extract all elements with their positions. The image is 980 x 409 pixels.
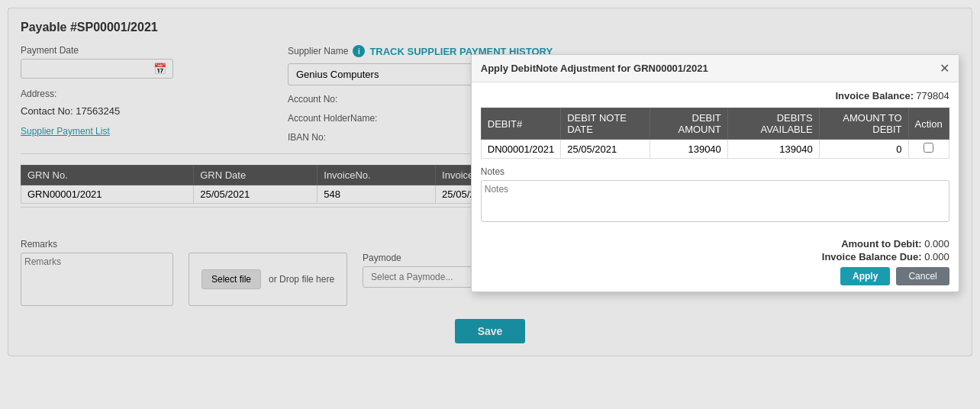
modal-title: Apply DebitNote Adjustment for GRN00001/… (481, 63, 708, 74)
amount-to-debit-summary-value: 0.000 (924, 238, 949, 250)
col-debit-date: DEBIT NOTE DATE (561, 108, 650, 140)
amount-to-debit-summary-label: Amount to Debit: (841, 238, 921, 250)
cell-debit-date: 25/05/2021 (561, 140, 650, 159)
cancel-button[interactable]: Cancel (896, 267, 949, 285)
invoice-balance-due-label: Invoice Balance Due: (822, 251, 922, 262)
invoice-balance-value: 779804 (916, 90, 949, 101)
notes-textarea[interactable] (481, 180, 949, 222)
col-debits-available: DEBITS AVAILABLE (727, 108, 819, 140)
col-action: Action (908, 108, 949, 140)
invoice-balance-row: Invoice Balance: 779804 (481, 90, 949, 101)
modal-header: Apply DebitNote Adjustment for GRN00001/… (472, 55, 959, 82)
debit-table-row: DN00001/2021 25/05/2021 139040 139040 0 (481, 140, 949, 159)
cell-debit-amount: 139040 (650, 140, 728, 159)
debit-table: DEBIT# DEBIT NOTE DATE DEBIT AMOUNT DEBI… (481, 108, 949, 159)
modal-footer: Amount to Debit: 0.000 Invoice Balance D… (472, 232, 959, 291)
notes-section: Notes (481, 166, 949, 224)
invoice-balance-due-value: 0.000 (924, 251, 949, 262)
modal-body: Invoice Balance: 779804 DEBIT# DEBIT NOT… (472, 82, 959, 232)
modal-popup: Apply DebitNote Adjustment for GRN00001/… (471, 54, 959, 292)
col-amount-to-debit: AMOUNT TO DEBIT (819, 108, 908, 140)
amount-summary: Amount to Debit: 0.000 Invoice Balance D… (481, 238, 949, 262)
modal-close-icon[interactable]: ✕ (940, 61, 949, 76)
cell-amount-to-debit: 0 (819, 140, 908, 159)
cell-debits-available: 139040 (727, 140, 819, 159)
col-debit-no: DEBIT# (481, 108, 560, 140)
apply-button[interactable]: Apply (840, 267, 890, 285)
invoice-balance-label: Invoice Balance: (835, 90, 914, 101)
notes-label: Notes (481, 166, 949, 177)
cell-debit-no: DN00001/2021 (481, 140, 560, 159)
col-debit-amount: DEBIT AMOUNT (650, 108, 728, 140)
modal-action-buttons: Apply Cancel (481, 267, 949, 285)
cell-action[interactable] (908, 140, 949, 159)
debit-action-checkbox[interactable] (924, 143, 933, 153)
